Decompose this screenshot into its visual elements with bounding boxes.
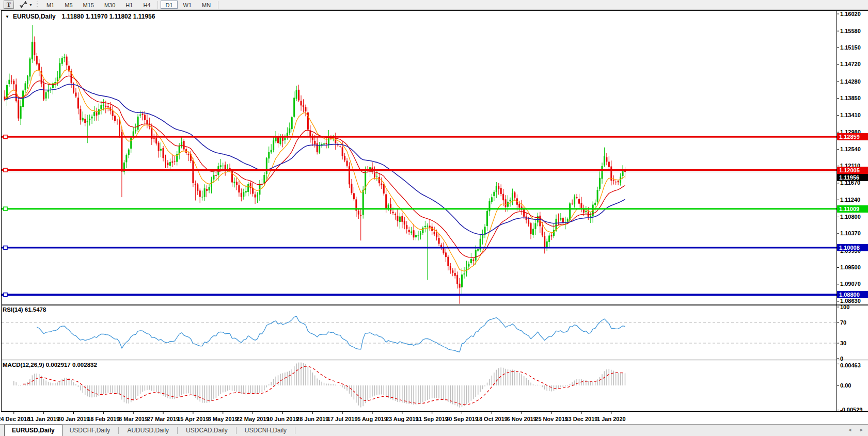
axis-ticks [14,14,839,414]
ma-mid-line [5,76,625,257]
chart-tab-audusd[interactable]: AUDUSD,Daily [120,425,176,436]
rsi-tick-label: 100 [840,304,849,311]
rsi-tick-label: 0 [840,356,843,362]
macd-histogram [14,363,625,408]
tab-divider [177,427,178,434]
chart-window: ▼ EURUSD,Daily 1.11880 1.11970 1.11802 1… [0,10,868,424]
hline-anchor-3 [4,246,7,250]
level-price-tag: 1.12005 [837,167,868,174]
chart-tab-bar: EURUSD,DailyUSDCHF,DailyAUDUSD,DailyUSDC… [0,424,868,436]
timeframe-button-m15[interactable]: M15 [78,1,99,9]
symbol-period-label: EURUSD,Daily [13,13,56,20]
toolbar: T ▼ M1M5M15M30H1H4D1W1MN [0,0,868,10]
timeframe-button-h4[interactable]: H4 [138,1,155,9]
ma-slow-line [5,84,625,234]
chart-title: ▼ EURUSD,Daily 1.11880 1.11970 1.11802 1… [5,13,155,20]
toolbar-grip [37,1,38,8]
price-tick-label: 1.14280 [840,78,861,85]
tab-divider [236,427,236,434]
price-tick-label: 1.09070 [840,281,861,287]
hline-anchor-0 [4,135,7,139]
tab-scrollers: ◄ ► [847,427,864,432]
arrows-tool-button[interactable]: ▼ [20,1,33,8]
macd-tick-label: -0.00529 [840,407,862,413]
date-label: 1 Jan 2020 [588,416,635,422]
candlestick-series [4,25,626,304]
mt4-window: T ▼ M1M5M15M30H1H4D1W1MN [0,0,868,436]
hline-anchor-1 [4,168,7,172]
timeframe-button-w1[interactable]: W1 [179,1,197,9]
level-price-tag: 1.11009 [837,205,868,213]
price-chart-canvas[interactable] [0,10,868,424]
price-tick-label: 1.11240 [840,197,860,203]
ohlc-values: 1.11880 1.11970 1.11802 1.11956 [62,13,155,20]
timeframe-button-h1[interactable]: H1 [121,1,137,9]
timeframe-button-m1[interactable]: M1 [42,1,59,9]
timeframe-button-mn[interactable]: MN [197,1,215,9]
level-price-tag: 1.12859 [837,133,868,140]
timeframe-button-d1[interactable]: D1 [161,1,177,9]
price-tick-label: 1.15580 [840,28,861,35]
price-tick-label: 1.10800 [840,214,861,220]
tab-scroll-left-icon[interactable]: ◄ [847,427,852,432]
text-tool-button[interactable]: T [4,1,14,9]
rsi-line [37,316,625,352]
chart-tab-usdcnh[interactable]: USDCNH,Daily [238,425,294,436]
macd-indicator-label: MACD(12,26,9) 0.002917 0.002832 [3,362,97,368]
current-price-tag: 1.11956 [837,174,868,181]
tab-scroll-right-icon[interactable]: ► [859,427,864,432]
macd-signal-line [23,366,625,405]
price-tick-label: 1.13850 [840,95,861,102]
price-tick-label: 1.12540 [840,146,861,153]
level-price-tag: 1.08800 [837,291,868,298]
arrows-tool-icon [20,1,27,8]
price-tick-label: 1.09500 [840,264,861,271]
timeframe-button-m5[interactable]: M5 [60,1,77,9]
tab-divider [118,427,119,434]
rsi-indicator-label: RSI(14) 61.5478 [3,306,46,313]
hline-anchor-2 [4,207,7,211]
rsi-tick-label: 70 [840,319,846,326]
chart-tab-usdcad[interactable]: USDCAD,Daily [179,425,235,436]
rsi-tick-label: 30 [840,340,846,347]
timeframe-button-m30[interactable]: M30 [100,1,120,9]
price-tick-label: 1.10370 [840,230,861,237]
price-tick-label: 1.14720 [840,61,861,68]
level-price-tag: 1.10008 [837,244,868,251]
macd-tick-label: 0.00 [840,382,851,389]
hline-anchor-4 [4,293,7,297]
chevron-down-icon[interactable]: ▼ [29,3,33,7]
chart-tab-usdchf[interactable]: USDCHF,Daily [62,425,118,436]
collapse-triangle-icon[interactable]: ▼ [5,14,9,19]
timeframe-buttons: M1M5M15M30H1H4D1W1MN [41,1,220,9]
tab-divider [295,427,295,434]
price-tick-label: 1.13410 [840,112,861,119]
price-tick-label: 1.15150 [840,44,861,51]
chart-tab-eurusd[interactable]: EURUSD,Daily [4,425,62,436]
macd-tick-label: 0.00463 [840,362,861,369]
price-tick-label: 1.16020 [840,11,861,18]
